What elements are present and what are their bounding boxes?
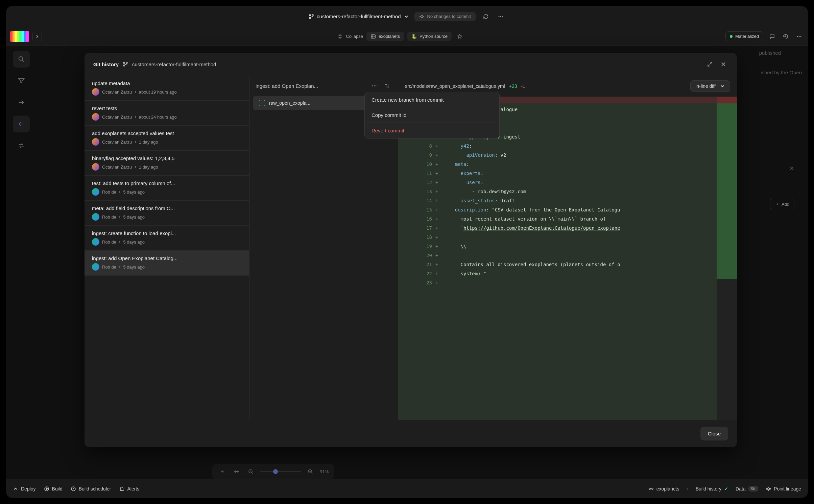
diff-line: 17+ `https://github.com/OpenExoplanetCat…: [398, 223, 717, 232]
commit-status-chip[interactable]: No changes to commit: [414, 12, 476, 21]
topbar-more[interactable]: [794, 32, 804, 41]
svg-point-19: [376, 85, 377, 86]
diff-mode-select[interactable]: in-line diff: [690, 80, 730, 92]
svg-point-1: [309, 17, 311, 19]
modal-expand[interactable]: [705, 59, 715, 69]
svg-rect-7: [371, 35, 375, 38]
bell-icon: [119, 486, 124, 492]
sb-build[interactable]: Build: [44, 486, 63, 492]
diff-line: 20+: [398, 251, 717, 260]
commit-item[interactable]: revert tests Octavian Zarzu • about 24 h…: [85, 101, 249, 126]
commit-list: update metadata Octavian Zarzu • about 1…: [85, 76, 249, 420]
play-icon: [44, 486, 49, 492]
star-button[interactable]: [455, 32, 464, 41]
right-pills: Materialized: [725, 31, 804, 41]
commit-actions[interactable]: [369, 81, 379, 91]
git-branch-icon: [309, 14, 314, 19]
commit-item[interactable]: ingest: add Open Exoplanet Catalog... Ro…: [85, 251, 249, 276]
sb-data[interactable]: Data 5K: [736, 486, 758, 492]
diff-line: 22+ system).": [398, 269, 717, 278]
clock-icon: [71, 486, 76, 492]
commit-header-title: ingest: add Open Exoplan...: [256, 83, 366, 89]
commit-author: Octavian Zarzu: [102, 90, 132, 95]
chevron-right-icon: [34, 34, 40, 39]
comment-icon: [769, 34, 775, 39]
commit-item[interactable]: binaryflag accepted values: 1,2,3,4,5 Oc…: [85, 151, 249, 176]
avatar: [92, 238, 99, 246]
more-horizontal-icon: [372, 83, 377, 89]
avatar: [92, 163, 99, 171]
diff-deletions: -1: [521, 83, 525, 89]
commit-meta: Rob de • 5 days ago: [92, 238, 242, 246]
sort-toggle[interactable]: [382, 81, 392, 91]
history-button[interactable]: [781, 32, 790, 41]
commit-time: 1 day ago: [139, 165, 158, 170]
logo-expand[interactable]: [32, 32, 42, 41]
main-area: published ished by the Open ✕ ＋ Add 91%: [6, 46, 808, 479]
diff-line: 10+ meta:: [398, 159, 717, 169]
diff-body[interactable]: 4+w_open_exoplanet_catalogue5+ config:6+…: [398, 97, 737, 420]
commit-author: Rob de: [102, 190, 116, 195]
git-branch-icon: [123, 61, 128, 67]
svg-point-6: [502, 16, 503, 17]
modal-close-x[interactable]: [719, 59, 728, 69]
sort-icon: [384, 83, 390, 89]
svg-point-16: [126, 62, 127, 64]
ctx-revert[interactable]: Revert commit: [365, 123, 499, 138]
refresh-button[interactable]: [481, 12, 490, 21]
sb-sep: ›: [687, 486, 688, 491]
file-name: raw_open_exopla...: [269, 100, 310, 106]
expand-icon: [707, 61, 713, 67]
commit-meta: Rob de • 5 days ago: [92, 263, 242, 271]
sb-exoplanets[interactable]: exoplanets: [648, 486, 679, 492]
commit-item[interactable]: test: add tests to primary column of... …: [85, 176, 249, 201]
more-horizontal-icon: [796, 34, 802, 39]
commit-item[interactable]: add exoplanets accepted values test Octa…: [85, 126, 249, 151]
svg-point-14: [123, 62, 125, 64]
app-frame: customers-refactor-fullfilment-method No…: [6, 6, 808, 498]
diff-line: 19+ \\: [398, 242, 717, 251]
branch-selector[interactable]: customers-refactor-fullfilment-method: [309, 14, 409, 19]
more-button[interactable]: [496, 12, 505, 21]
avatar: [92, 263, 99, 271]
statusbar: Deploy Build Build scheduler Alerts exop…: [6, 479, 808, 498]
avatar: [92, 113, 99, 121]
sb-build-scheduler[interactable]: Build scheduler: [71, 486, 111, 492]
collapse-label[interactable]: Collapse: [346, 34, 363, 39]
svg-point-22: [649, 488, 650, 489]
sb-alerts[interactable]: Alerts: [119, 486, 139, 492]
commit-time: 5 days ago: [123, 190, 145, 195]
sb-deploy[interactable]: Deploy: [13, 486, 36, 492]
commit-author: Octavian Zarzu: [102, 140, 132, 145]
commit-context-menu: Create new branch from commit Copy commi…: [364, 92, 500, 138]
modal-title: Git history: [93, 61, 119, 67]
tab-exoplanets[interactable]: exoplanets: [366, 32, 404, 41]
modal-body: update metadata Octavian Zarzu • about 1…: [85, 76, 737, 420]
ctx-new-branch[interactable]: Create new branch from commit: [365, 92, 499, 107]
more-horizontal-icon: [498, 14, 503, 19]
commit-item[interactable]: meta: add field descriptions from O... R…: [85, 201, 249, 226]
tab-python-source[interactable]: 🐍 Python source: [407, 32, 452, 41]
materialized-chip[interactable]: Materialized: [725, 31, 763, 41]
commit-title: ingest: add Open Exoplanet Catalog...: [92, 255, 242, 261]
diff-mode-label: in-line diff: [695, 83, 716, 89]
close-button[interactable]: Close: [700, 427, 728, 440]
commit-author: Octavian Zarzu: [102, 115, 132, 120]
svg-point-0: [309, 15, 311, 16]
commit-item[interactable]: update metadata Octavian Zarzu • about 1…: [85, 76, 249, 101]
diff-minimap[interactable]: [717, 97, 737, 420]
diff-line: 14+ asset_status: draft: [398, 196, 717, 205]
ctx-copy-id[interactable]: Copy commit id: [365, 107, 499, 123]
commit-item[interactable]: ingest: create function to load exopl...…: [85, 226, 249, 251]
svg-point-4: [498, 16, 499, 17]
file-added-icon: +: [259, 100, 265, 106]
svg-point-17: [372, 85, 373, 86]
commit-title: update metadata: [92, 80, 242, 86]
commit-author: Rob de: [102, 215, 116, 220]
comments-button[interactable]: [767, 32, 777, 41]
diff-additions: +23: [509, 83, 517, 89]
svg-point-3: [421, 16, 423, 18]
diff-line: 8+ y42:: [398, 141, 717, 150]
sb-point-lineage[interactable]: Point lineage: [766, 486, 801, 492]
sb-build-history[interactable]: Build history ✔: [696, 486, 728, 492]
